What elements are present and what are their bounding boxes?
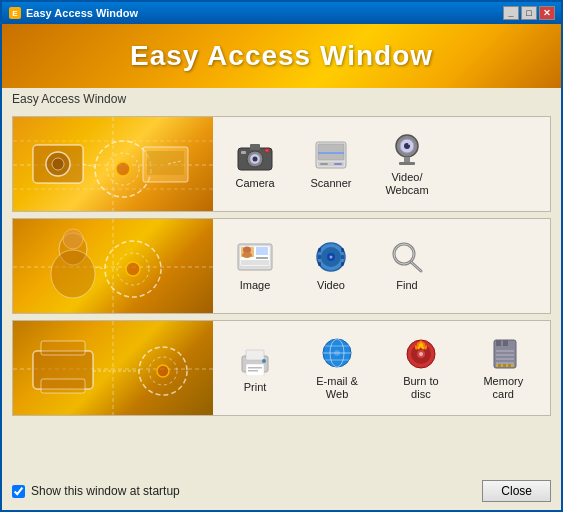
camera-icon-item[interactable]: Camera [229,137,281,190]
section-output-image [13,321,213,416]
section-capture-icons: Camera Scanner [213,117,550,211]
video-label: Video [317,279,345,292]
email-label: E-mail & Web [305,375,369,401]
svg-rect-52 [241,260,269,265]
svg-rect-14 [147,151,184,175]
svg-point-81 [262,359,266,363]
section-media: Image [12,218,551,314]
scanner-icon-item[interactable]: Scanner [305,137,357,190]
svg-rect-98 [496,362,514,364]
svg-rect-59 [318,262,321,266]
svg-point-91 [419,352,423,356]
svg-rect-101 [503,364,506,367]
svg-rect-100 [498,364,501,367]
svg-rect-28 [320,163,328,165]
burn-disc-icon [401,335,441,371]
svg-rect-77 [246,350,264,360]
svg-rect-71 [41,379,85,393]
svg-rect-57 [318,248,321,252]
burn-label: Burn to disc [393,375,449,401]
svg-line-66 [411,262,421,271]
scanner-label: Scanner [311,177,352,190]
svg-rect-94 [503,340,508,346]
print-label: Print [244,381,267,394]
svg-rect-58 [318,255,321,259]
svg-point-12 [116,162,130,176]
svg-rect-23 [265,149,269,152]
webcam-icon [387,131,427,167]
svg-rect-18 [250,144,260,150]
svg-point-49 [242,252,252,258]
webcam-icon-item[interactable]: Video/Webcam [381,131,433,197]
webcam-label: Video/Webcam [385,171,428,197]
close-button-titlebar[interactable]: ✕ [539,6,555,20]
svg-text:E: E [12,9,18,18]
svg-point-21 [253,157,258,162]
title-bar-buttons: _ □ ✕ [503,6,555,20]
svg-rect-79 [248,367,262,369]
svg-rect-96 [496,354,514,356]
print-icon-item[interactable]: Print [229,341,281,394]
header-title: Easy Access Window [22,40,541,72]
svg-rect-35 [399,162,415,165]
maximize-button[interactable]: □ [521,6,537,20]
print-icon [235,341,275,377]
svg-rect-80 [248,370,258,372]
startup-checkbox-area: Show this window at startup [12,484,180,498]
email-web-icon [317,335,357,371]
title-bar: E Easy Access Window _ □ ✕ [2,2,561,24]
svg-point-87 [334,350,340,356]
svg-point-39 [51,250,95,298]
image-icon [235,239,275,275]
svg-rect-22 [241,151,246,154]
section-capture-image [13,117,213,212]
video-icon-item[interactable]: Video [305,239,357,292]
image-icon-item[interactable]: Image [229,239,281,292]
minimize-button[interactable]: _ [503,6,519,20]
memcard-label: Memory card [473,375,534,401]
svg-rect-61 [341,255,344,259]
email-icon-item[interactable]: E-mail & Web [305,335,369,401]
svg-rect-62 [341,262,344,266]
svg-point-33 [408,143,410,145]
svg-rect-29 [334,163,342,165]
section-output-icons: Print E-mail & Web [213,321,550,415]
section-capture: Camera Scanner [12,116,551,212]
image-label: Image [240,279,271,292]
burn-icon-item[interactable]: Burn to disc [393,335,449,401]
svg-rect-27 [318,152,344,154]
svg-point-74 [157,365,169,377]
scanner-icon [311,137,351,173]
find-label: Find [396,279,417,292]
svg-rect-93 [496,340,501,346]
close-button[interactable]: Close [482,480,551,502]
footer: Show this window at startup Close [2,474,561,510]
startup-checkbox[interactable] [12,485,25,498]
svg-rect-102 [508,364,511,367]
svg-point-40 [63,229,83,249]
section-media-icons: Image [213,219,550,313]
header-banner: Easy Access Window [2,24,561,88]
camera-icon [235,137,275,173]
svg-rect-95 [496,350,514,352]
window-title: Easy Access Window [26,7,138,19]
startup-checkbox-label[interactable]: Show this window at startup [31,484,180,498]
svg-point-9 [52,158,64,170]
main-content: Camera Scanner [2,110,561,474]
find-icon [387,239,427,275]
memcard-icon-item[interactable]: Memory card [473,335,534,401]
svg-rect-50 [256,247,268,255]
find-icon-item[interactable]: Find [381,239,433,292]
svg-rect-97 [496,358,514,360]
app-icon: E [8,6,22,20]
title-bar-left: E Easy Access Window [8,6,138,20]
breadcrumb: Easy Access Window [2,88,561,110]
video-icon [311,239,351,275]
camera-label: Camera [235,177,274,190]
svg-rect-60 [341,248,344,252]
section-media-image [13,219,213,314]
memory-card-icon [483,335,523,371]
svg-rect-34 [404,157,410,162]
svg-rect-70 [41,341,85,355]
svg-point-43 [126,262,140,276]
